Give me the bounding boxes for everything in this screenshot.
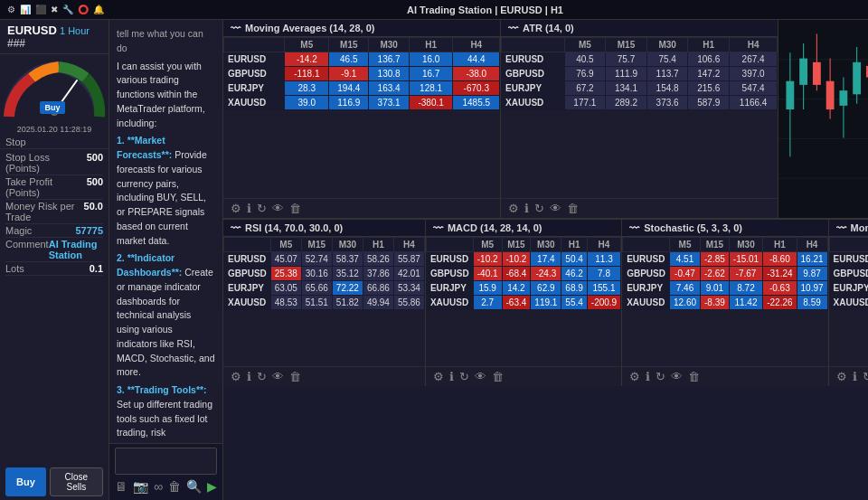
search-icon[interactable]: 🔍 <box>186 479 202 494</box>
svg-rect-14 <box>813 62 821 85</box>
bell-icon[interactable]: 🔔 <box>93 5 104 14</box>
rsi-table: M5 M15 M30 H1 H4 EURUSD 45.07 52.74 58.3… <box>223 237 425 366</box>
rsi-settings-icon[interactable]: ⚙ <box>231 370 241 383</box>
rsi-panel: 〰 RSI (14, 70.0, 30.0, 0) M5 M15 M30 H1 … <box>223 220 426 386</box>
ma-col-m30: M30 <box>369 38 409 52</box>
rsi-title: 〰 RSI (14, 70.0, 30.0, 0) <box>223 220 425 237</box>
atr-info-icon[interactable]: ℹ <box>524 202 529 215</box>
bot-item-1: 1. **Market Forecasts**: Provide forecas… <box>117 134 215 248</box>
atr-settings-icon[interactable]: ⚙ <box>508 202 519 215</box>
table-row: EURUSD 40.5 75.7 75.4 106.6 267.4 <box>502 52 778 67</box>
momentum-footer: ⚙ ℹ ↻ 👁 🗑 <box>829 366 868 386</box>
macd-refresh-icon[interactable]: ↻ <box>459 370 469 383</box>
ma-col-h4: H4 <box>453 38 500 52</box>
momentum-table: M5 M15 M30 H1 H4 EURUSD 99.98 100.05 100… <box>829 237 868 366</box>
circle-icon[interactable]: ⭕ <box>78 5 89 14</box>
chat-input-area: 🖥 📷 ∞ 🗑 🔍 ▶ <box>109 443 222 500</box>
image-icon[interactable]: 📷 <box>133 479 148 494</box>
rsi-trash-icon[interactable]: 🗑 <box>289 370 301 383</box>
ma-title: 〰 Moving Averages (14, 28, 0) <box>223 20 500 37</box>
table-row: GBPUSD 99.72 99.68 99.81 100.01 99.51 <box>829 267 868 281</box>
rsi-icon: 〰 <box>231 222 241 233</box>
rsi-eye-icon[interactable]: 👁 <box>272 370 284 383</box>
param-row-tp: Take Profit (Points) 500 <box>5 175 103 200</box>
stoch-eye-icon[interactable]: 👁 <box>671 370 683 383</box>
ma-trash-icon[interactable]: 🗑 <box>289 202 301 215</box>
ma-col-m5: M5 <box>285 38 329 52</box>
rsi-info-icon[interactable]: ℹ <box>247 370 251 383</box>
gauge-container: Buy <box>0 54 108 125</box>
table-row: GBPUSD -0.47 -2.62 -7.67 -31.24 9.87 <box>623 267 827 281</box>
table-row: EURJPY 100.10 100.24 100.42 100.43 100.6… <box>829 281 868 296</box>
ma-eye-icon[interactable]: 👁 <box>272 202 284 215</box>
stoch-refresh-icon[interactable]: ↻ <box>656 370 665 383</box>
gauge: Buy <box>0 58 108 121</box>
ma-refresh-icon[interactable]: ↻ <box>257 202 267 215</box>
top-indicators: 〰 Moving Averages (14, 28, 0) M5 M15 M30… <box>223 20 868 219</box>
table-row: XAUUSD 39.0 116.9 373.1 -380.1 1485.5 <box>223 96 499 110</box>
link-icon[interactable]: ∞ <box>154 479 163 494</box>
buy-button[interactable]: Buy <box>5 467 46 496</box>
topbar-icons[interactable]: ⚙ 📊 ⬛ ✖ 🔧 ⭕ 🔔 <box>7 5 104 14</box>
macd-icon: 〰 <box>433 222 443 233</box>
chart-icon[interactable]: 📊 <box>20 5 31 14</box>
stoch-info-icon[interactable]: ℹ <box>646 370 650 383</box>
macd-settings-icon[interactable]: ⚙ <box>433 370 444 383</box>
close-icon[interactable]: ✖ <box>51 5 58 14</box>
main-layout: EURUSD 1 Hour ### <box>0 20 868 500</box>
rsi-refresh-icon[interactable]: ↻ <box>257 370 267 383</box>
svg-rect-16 <box>826 81 835 109</box>
macd-eye-icon[interactable]: 👁 <box>475 370 486 383</box>
chat-panel: tell me what you can do I can assist you… <box>109 20 223 500</box>
atr-refresh-icon[interactable]: ↻ <box>534 202 544 215</box>
monitor-icon[interactable]: 🖥 <box>115 479 127 494</box>
trash-icon[interactable]: 🗑 <box>168 479 181 494</box>
stoch-title: 〰 Stochastic (5, 3, 3, 0) <box>622 220 827 237</box>
macd-trash-icon[interactable]: 🗑 <box>492 370 504 383</box>
ma-settings-icon[interactable]: ⚙ <box>231 202 241 215</box>
ma-table: M5 M15 M30 H1 H4 EURUSD -14.2 46.5 136.7… <box>223 37 500 198</box>
table-row: EURJPY 7.46 9.01 8.72 -0.63 10.97 <box>623 281 827 296</box>
gear-icon[interactable]: ⚙ <box>7 5 15 14</box>
atr-eye-icon[interactable]: 👁 <box>550 202 561 215</box>
chat-input[interactable] <box>115 448 217 475</box>
atr-title: 〰 ATR (14, 0) <box>501 20 778 37</box>
momentum-icon: 〰 <box>836 222 846 233</box>
right-area: 〰 Moving Averages (14, 28, 0) M5 M15 M30… <box>223 20 868 500</box>
ma-panel: 〰 Moving Averages (14, 28, 0) M5 M15 M30… <box>223 20 501 218</box>
svg-text:Buy: Buy <box>44 103 60 112</box>
ma-col-m15: M15 <box>329 38 369 52</box>
date-label: 2025.01.20 11:28:19 <box>0 125 108 136</box>
momentum-refresh-icon[interactable]: ↻ <box>863 370 868 383</box>
table-row: GBPUSD 25.38 30.16 35.12 37.86 42.01 <box>223 267 424 281</box>
momentum-info-icon[interactable]: ℹ <box>853 370 857 383</box>
macd-title: 〰 MACD (14, 28, 14, 0) <box>426 220 621 237</box>
stoch-trash-icon[interactable]: 🗑 <box>688 370 700 383</box>
atr-footer: ⚙ ℹ ↻ 👁 🗑 <box>501 198 778 218</box>
table-row: EURJPY 67.2 134.1 154.8 215.6 547.4 <box>502 81 778 96</box>
param-row-lots: Lots 0.1 <box>5 262 103 276</box>
chat-messages: tell me what you can do I can assist you… <box>109 20 222 443</box>
bot-item-2: 2. **Indicator Dashboards**: Create or m… <box>117 251 215 380</box>
table-row: XAUUSD 48.53 51.51 51.82 49.94 55.86 <box>223 296 424 310</box>
stoch-table: M5 M15 M30 H1 H4 EURUSD 4.51 -2.85 -15.0… <box>622 237 827 366</box>
play-icon[interactable]: ▶ <box>207 479 217 494</box>
close-sells-button[interactable]: Close Sells <box>50 467 103 496</box>
ma-info-icon[interactable]: ℹ <box>247 202 251 215</box>
rsi-footer: ⚙ ℹ ↻ 👁 🗑 <box>223 366 425 386</box>
table-row: XAUUSD 100.06 99.91 100.30 100.00 100.34 <box>829 296 868 310</box>
box-icon[interactable]: ⬛ <box>35 5 46 14</box>
table-row: XAUUSD 177.1 289.2 373.6 587.9 1166.4 <box>502 96 778 110</box>
atr-trash-icon[interactable]: 🗑 <box>567 202 579 215</box>
topbar: ⚙ 📊 ⬛ ✖ 🔧 ⭕ 🔔 AI Trading Station | EURUS… <box>0 0 868 20</box>
atr-icon: 〰 <box>508 23 518 33</box>
stoch-settings-icon[interactable]: ⚙ <box>629 370 640 383</box>
param-row-comment: Comment AI Trading Station <box>5 238 103 262</box>
macd-info-icon[interactable]: ℹ <box>449 370 454 383</box>
tool-icon[interactable]: 🔧 <box>62 5 73 14</box>
macd-table: M5 M15 M30 H1 H4 EURUSD -10.2 -10.2 17.4… <box>426 237 621 366</box>
momentum-settings-icon[interactable]: ⚙ <box>836 370 847 383</box>
params-table: Stop Loss (Points) 500 Take Profit (Poin… <box>0 149 108 278</box>
topbar-title: AI Trading Station | EURUSD | H1 <box>109 5 861 15</box>
table-row: EURUSD 45.07 52.74 58.37 58.26 55.87 <box>223 252 424 267</box>
